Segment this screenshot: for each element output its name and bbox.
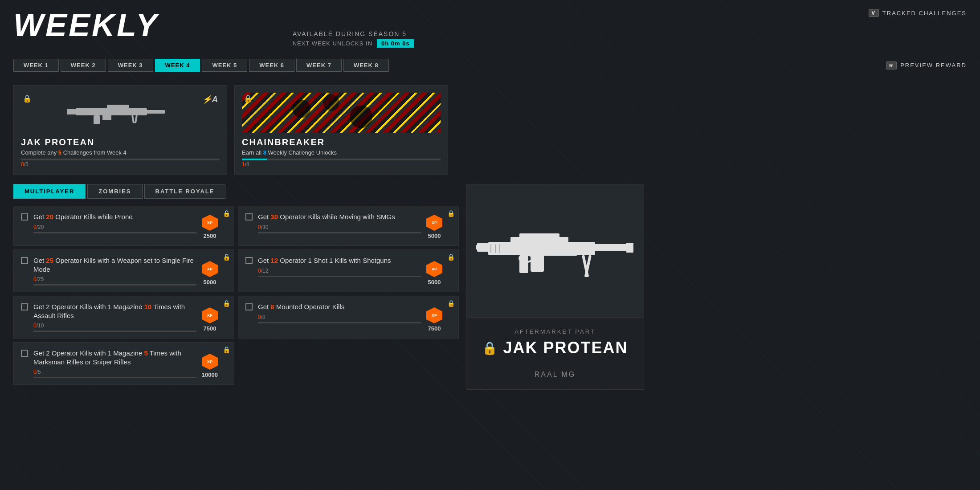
tracked-key-badge: V <box>869 9 879 17</box>
challenge-num-2: 30 <box>270 213 278 220</box>
aftermarket-title-row: 🔒 JAK PROTEAN <box>477 339 633 357</box>
tab-week-7[interactable]: WEEK 7 <box>296 59 342 72</box>
challenge-num-3: 25 <box>46 257 53 264</box>
svg-rect-17 <box>531 254 544 272</box>
challenge-content-5: Get 2 Operator Kills with 1 Magazine 10 … <box>33 302 196 332</box>
aftermarket-panel: AFTERMARKET PART 🔒 JAK PROTEAN RAAL MG <box>466 318 644 390</box>
challenge-prog-bar-3 <box>33 284 196 286</box>
challenge-checkbox-5[interactable] <box>21 303 28 310</box>
challenge-prog-bar-2 <box>258 232 421 233</box>
xp-value-1: 2500 <box>204 233 216 239</box>
svg-rect-15 <box>519 255 528 273</box>
challenge-card-4: Get 12 Operator 1 Shot 1 Kills with Shot… <box>238 249 459 292</box>
tab-week-5[interactable]: WEEK 5 <box>202 59 247 72</box>
challenge-checkbox-3[interactable] <box>21 257 28 264</box>
tab-week-4[interactable]: WEEK 4 <box>155 59 200 72</box>
challenge-xp-3: XP 5000 <box>202 261 218 286</box>
challenge-title-5: Get 2 Operator Kills with 1 Magazine 10 … <box>33 302 196 320</box>
week-tabs-left: WEEK 1 WEEK 2 WEEK 3 WEEK 4 WEEK 5 WEEK … <box>13 59 389 72</box>
tab-week-6[interactable]: WEEK 6 <box>249 59 294 72</box>
challenge-xp-7: XP 10000 <box>202 354 218 378</box>
jak-protean-name: JAK PROTEAN <box>21 137 220 147</box>
main-content: MULTIPLAYER ZOMBIES BATTLE ROYALE Get 20… <box>13 184 967 390</box>
tab-battle-royale[interactable]: BATTLE ROYALE <box>144 184 226 199</box>
svg-rect-14 <box>519 233 559 239</box>
challenge-prog-label-3: 0/25 <box>33 276 196 282</box>
aftermarket-label: AFTERMARKET PART <box>477 328 633 335</box>
challenge-checkbox-4[interactable] <box>245 257 253 264</box>
svg-rect-10 <box>626 243 633 253</box>
challenge-num-7: 5 <box>144 349 147 357</box>
challenge-prog-label-1: 0/20 <box>33 224 196 230</box>
challenge-title-1: Get 20 Operator Kills while Prone <box>33 212 196 221</box>
challenge-xp-4: XP 5000 <box>426 261 442 286</box>
challenge-title-7: Get 2 Operator Kills with 1 Magazine 5 T… <box>33 349 196 366</box>
chainbreaker-lock-icon: 🔒 <box>244 94 253 103</box>
chainbreaker-progress-fill <box>242 159 267 160</box>
tab-multiplayer[interactable]: MULTIPLAYER <box>13 184 86 199</box>
svg-rect-3 <box>94 115 100 124</box>
challenge-lock-6: 🔒 <box>447 300 455 307</box>
jak-protean-gun-svg <box>67 99 174 126</box>
challenge-lock-5: 🔒 <box>223 300 230 307</box>
challenge-card-2: Get 30 Operator Kills while Moving with … <box>238 206 459 246</box>
xp-icon-5: XP <box>202 307 218 323</box>
challenge-card-7: Get 2 Operator Kills with 1 Magazine 5 T… <box>13 342 234 385</box>
preview-reward-button[interactable]: R PREVIEW REWARD <box>886 61 967 69</box>
reward-brand-icon: ⚡A <box>202 94 218 104</box>
challenge-num-6: 8 <box>270 303 274 310</box>
tab-week-1[interactable]: WEEK 1 <box>13 59 59 72</box>
challenge-xp-6: XP 7500 <box>426 307 442 332</box>
challenge-prog-bar-5 <box>33 331 196 332</box>
svg-rect-9 <box>588 244 629 251</box>
tab-week-3[interactable]: WEEK 3 <box>108 59 153 72</box>
challenge-prog-label-6: 0/8 <box>258 314 421 320</box>
reward-card-chainbreaker: 🔒 CHAINBREAKER Earn all 8 Weekly Challen… <box>234 85 448 175</box>
challenge-card-5: Get 2 Operator Kills with 1 Magazine 10 … <box>13 296 234 339</box>
tab-week-2[interactable]: WEEK 2 <box>61 59 106 72</box>
aftermarket-lock-icon: 🔒 <box>482 341 498 355</box>
reward-card-jak-protean: 🔒 <box>13 85 227 175</box>
challenge-xp-2: XP 5000 <box>426 215 442 239</box>
challenge-content-3: Get 25 Operator Kills with a Weapon set … <box>33 256 196 286</box>
xp-value-3: 5000 <box>204 279 216 286</box>
xp-icon-1: XP <box>202 215 218 231</box>
challenge-prog-label-5: 0/10 <box>33 323 196 329</box>
challenge-title-2: Get 30 Operator Kills while Moving with … <box>258 212 421 221</box>
page-header: WEEKLY AVAILABLE DURING SEASON 5 NEXT WE… <box>13 9 967 50</box>
challenge-title-3: Get 25 Operator Kills with a Weapon set … <box>33 256 196 274</box>
challenge-num-5: 10 <box>144 303 151 310</box>
challenge-prog-bar-4 <box>258 276 421 277</box>
tab-zombies[interactable]: ZOMBIES <box>87 184 142 199</box>
challenge-prog-label-7: 0/5 <box>33 369 196 375</box>
aftermarket-gun-name: RAAL MG <box>477 371 633 379</box>
svg-rect-6 <box>131 115 135 123</box>
challenges-grid: Get 20 Operator Kills while Prone 0/20 X… <box>13 206 459 385</box>
tab-week-8[interactable]: WEEK 8 <box>343 59 389 72</box>
countdown-timer: 0h 0m 0s <box>377 39 414 48</box>
challenge-content-1: Get 20 Operator Kills while Prone 0/20 <box>33 212 196 233</box>
svg-rect-2 <box>67 109 78 114</box>
rewards-row: 🔒 <box>13 85 967 175</box>
tracked-challenges-button[interactable]: V TRACKED CHALLENGES <box>869 9 967 17</box>
challenge-prog-label-4: 0/12 <box>258 268 421 274</box>
challenge-checkbox-2[interactable] <box>245 213 253 220</box>
svg-rect-18 <box>542 249 577 256</box>
challenge-num-4: 12 <box>270 257 278 264</box>
challenge-checkbox-6[interactable] <box>245 303 253 310</box>
chainbreaker-desc: Earn all 8 Weekly Challenge Unlocks <box>242 149 441 156</box>
jak-protean-image: 🔒 <box>21 93 220 133</box>
challenge-checkbox-7[interactable] <box>21 350 28 357</box>
svg-rect-7 <box>135 115 138 123</box>
challenge-lock-1: 🔒 <box>223 210 230 217</box>
mode-tabs: MULTIPLAYER ZOMBIES BATTLE ROYALE <box>13 184 459 199</box>
challenge-title-4: Get 12 Operator 1 Shot 1 Kills with Shot… <box>258 256 421 265</box>
challenge-num-1: 20 <box>46 213 53 220</box>
svg-rect-0 <box>76 108 147 115</box>
chainbreaker-pattern <box>242 93 441 133</box>
chainbreaker-bg <box>242 93 441 133</box>
challenge-content-7: Get 2 Operator Kills with 1 Magazine 5 T… <box>33 349 196 378</box>
challenge-lock-4: 🔒 <box>447 253 455 261</box>
xp-value-4: 5000 <box>428 279 441 286</box>
challenge-checkbox-1[interactable] <box>21 213 28 220</box>
